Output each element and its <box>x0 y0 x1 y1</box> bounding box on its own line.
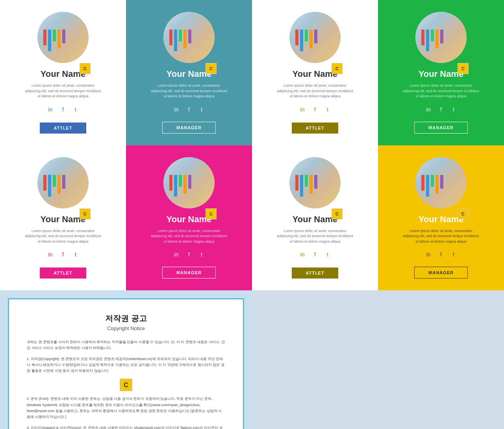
empty-area <box>252 290 504 429</box>
twitter-icon-4[interactable]: t <box>449 105 458 114</box>
logo-3: C <box>332 63 343 74</box>
facebook-icon-4[interactable]: f <box>437 105 445 114</box>
twitter-icon-7[interactable]: t <box>323 250 332 259</box>
copyright-para-0: 귀하는 본 콘텐츠를 서식자 한하이 사용하여 목적하는 저작물을 만들어 사용… <box>27 339 225 351</box>
card-2-name: Your Name <box>167 69 212 79</box>
card-2-desc: Lorem ipsum dolor sit amet, consectetur … <box>150 83 228 99</box>
twitter-icon-8[interactable]: t <box>449 250 458 259</box>
social-icons-2: in f t <box>172 105 206 114</box>
avatar-2 <box>163 12 215 63</box>
logo-8: C <box>458 208 469 219</box>
card-4-name: Your Name <box>419 69 464 79</box>
social-icons-7: in f t <box>298 250 332 259</box>
card-6-desc: Lorem ipsum dolor sit amet, consectetur … <box>150 228 228 245</box>
linkedin-icon-2[interactable]: in <box>172 105 181 114</box>
linkedin-icon-6[interactable]: in <box>172 250 181 259</box>
card-1-name: Your Name <box>41 69 86 79</box>
logo-4: C <box>458 63 469 74</box>
copyright-para-2: 2. 폰트 (Font): 콘텐츠 내에 이미 사용된 폰트는, 상업용 사용 … <box>27 396 225 420</box>
social-icons-1: in f t <box>46 105 80 114</box>
logo-2: C <box>206 63 217 74</box>
twitter-icon-3[interactable]: t <box>323 105 332 114</box>
facebook-icon-8[interactable]: f <box>437 250 445 259</box>
linkedin-icon-5[interactable]: in <box>46 250 55 259</box>
manager-button-8[interactable]: MANAGER <box>414 267 468 279</box>
card-1-desc: Lorem ipsum dolor sit amet, consectetur … <box>24 83 102 99</box>
logo-c-icon: C <box>120 379 132 391</box>
card-4: C Your Name Lorem ipsum dolor sit amet, … <box>378 0 504 145</box>
card-3-name: Your Name <box>293 69 338 79</box>
avatar-1 <box>37 12 89 63</box>
avatar-7 <box>289 157 341 208</box>
card-4-desc: Lorem ipsum dolor sit amet, consectetur … <box>402 83 480 99</box>
attlet-button-3[interactable]: ATTLET <box>292 123 338 134</box>
main-grid: C Your Name Lorem ipsum dolor sit amet, … <box>0 0 504 429</box>
social-icons-3: in f t <box>298 105 332 114</box>
twitter-icon-2[interactable]: t <box>197 105 206 114</box>
twitter-icon-5[interactable]: t <box>71 250 80 259</box>
social-icons-8: in f t <box>424 250 458 259</box>
card-7: C Your Name Lorem ipsum dolor sit amet, … <box>252 145 378 291</box>
attlet-button-1[interactable]: ATTLET <box>40 123 86 134</box>
social-icons-4: in f t <box>424 105 458 114</box>
facebook-icon-1[interactable]: f <box>59 105 67 114</box>
social-icons-5: in f t <box>46 250 80 259</box>
copyright-subtitle: Copyright Notice <box>27 325 225 331</box>
card-8-name: Your Name <box>419 214 464 225</box>
card-5-name: Your Name <box>41 214 86 225</box>
logo-6: C <box>206 208 217 219</box>
twitter-icon-1[interactable]: t <box>71 105 80 114</box>
copyright-title: 저작권 공고 <box>27 313 225 324</box>
card-3-desc: Lorem ipsum dolor sit amet, consectetur … <box>276 83 354 99</box>
card-7-desc: Lorem ipsum dolor sit amet, consectetur … <box>276 228 354 245</box>
linkedin-icon-3[interactable]: in <box>298 105 307 114</box>
card-6-name: Your Name <box>167 214 212 225</box>
copyright-inner: 저작권 공고 Copyright Notice 귀하는 본 콘텐츠를 서식자 한… <box>8 298 244 429</box>
facebook-icon-6[interactable]: f <box>185 250 193 259</box>
card-5: C Your Name Lorem ipsum dolor sit amet, … <box>0 145 126 291</box>
card-1: C Your Name Lorem ipsum dolor sit amet, … <box>0 0 126 145</box>
linkedin-icon-4[interactable]: in <box>424 105 433 114</box>
copyright-logo: C <box>27 379 225 391</box>
avatar-8 <box>415 157 467 208</box>
facebook-icon-2[interactable]: f <box>185 105 193 114</box>
copyright-text: 귀하는 본 콘텐츠를 서식자 한하이 사용하여 목적하는 저작물을 만들어 사용… <box>27 339 225 429</box>
copyright-section: 저작권 공고 Copyright Notice 귀하는 본 콘텐츠를 서식자 한… <box>0 290 252 429</box>
social-icons-6: in f t <box>172 250 206 259</box>
twitter-icon-6[interactable]: t <box>197 250 206 259</box>
facebook-icon-5[interactable]: f <box>59 250 67 259</box>
card-3: C Your Name Lorem ipsum dolor sit amet, … <box>252 0 378 145</box>
card-7-name: Your Name <box>293 214 338 225</box>
avatar-3 <box>289 12 341 63</box>
linkedin-icon-7[interactable]: in <box>298 250 307 259</box>
avatar-6 <box>163 157 215 208</box>
attlet-button-7[interactable]: ATTLET <box>292 267 338 279</box>
manager-button-6[interactable]: MANAGER <box>162 267 216 279</box>
attlet-button-5[interactable]: ATTLET <box>40 267 86 279</box>
manager-button-4[interactable]: MANAGER <box>414 122 468 134</box>
avatar-5 <box>37 157 89 208</box>
linkedin-icon-8[interactable]: in <box>424 250 433 259</box>
logo-5: C <box>80 208 91 219</box>
avatar-4 <box>415 12 467 63</box>
facebook-icon-3[interactable]: f <box>311 105 319 114</box>
card-5-desc: Lorem ipsum dolor sit amet, consectetur … <box>24 228 102 245</box>
facebook-icon-7[interactable]: f <box>311 250 319 259</box>
card-8: C Your Name Lorem ipsum dolor sit amet, … <box>378 145 504 291</box>
card-6: C Your Name Lorem ipsum dolor sit amet, … <box>126 145 252 291</box>
copyright-para-3: 3. 이미지(Images) & 아이콘(Icons): 본 콘텐츠 내에 사용… <box>27 425 225 429</box>
copyright-para-1: 1. 저작권(Copyright): 본 콘텐츠의 모든 저작권은 콘텐츠 제공… <box>27 356 225 374</box>
card-2: C Your Name Lorem ipsum dolor sit amet, … <box>126 0 252 145</box>
linkedin-icon-1[interactable]: in <box>46 105 55 114</box>
manager-button-2[interactable]: MANAGER <box>162 122 216 134</box>
logo-1: C <box>80 63 91 74</box>
logo-7: C <box>332 208 343 219</box>
card-8-desc: Lorem ipsum dolor sit amet, consectetur … <box>402 228 480 245</box>
